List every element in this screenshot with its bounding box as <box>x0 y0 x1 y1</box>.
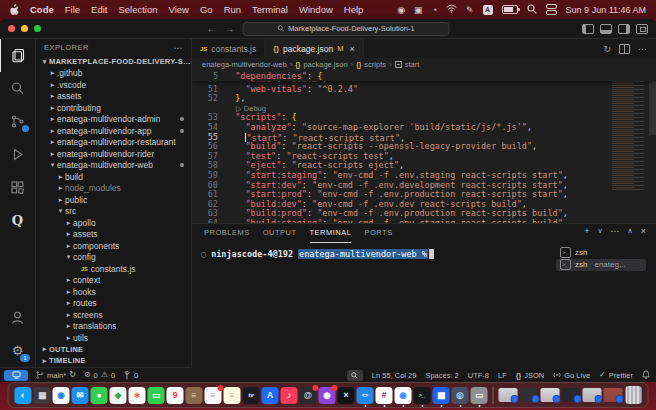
tree-item-utils[interactable]: ▸utils <box>36 332 191 344</box>
encoding-status[interactable]: UTF-8 <box>468 371 489 380</box>
dock-app-photos[interactable]: ∗ <box>129 387 146 404</box>
tree-item-constants-js[interactable]: JSconstants.js <box>36 263 191 275</box>
dock-app-podcasts[interactable]: ◉ <box>319 387 336 404</box>
menu-clock[interactable]: Sun 9 Jun 11:46 AM <box>566 5 646 15</box>
notifications-bell-icon[interactable] <box>642 370 650 381</box>
panel-more-actions-icon[interactable]: ⋯ <box>611 227 620 236</box>
eol-status[interactable]: LF <box>498 371 507 380</box>
dock-app-notebook[interactable]: ≡ <box>186 387 203 404</box>
menubar-item-window[interactable]: Window <box>299 4 333 15</box>
cursor-position-status[interactable]: Ln 55, Col 29 <box>372 371 417 380</box>
new-terminal-icon[interactable]: + <box>584 227 589 236</box>
source-control-view-icon[interactable] <box>0 105 35 138</box>
terminal-dropdown-icon[interactable]: ∨ <box>597 227 602 236</box>
panel-tab-ports[interactable]: PORTS <box>364 224 392 243</box>
tree-item-enatega-multivendor-web[interactable]: ▾enatega-multivendor-web <box>36 160 191 172</box>
close-panel-icon[interactable]: × <box>641 227 646 236</box>
menubar-item-terminal[interactable]: Terminal <box>252 4 288 15</box>
tree-item-enatega-multivendor-rider[interactable]: ▸enatega-multivendor-rider <box>36 148 191 160</box>
go-live-status[interactable]: Go Live <box>553 371 590 380</box>
minimized-window-thumbnail[interactable] <box>520 388 539 402</box>
navigate-back-icon[interactable]: ← <box>207 24 217 34</box>
wifi-icon[interactable] <box>446 4 457 15</box>
minimize-window-button[interactable] <box>21 25 28 32</box>
trash-icon[interactable] <box>626 386 642 404</box>
dock-app-tv[interactable]: tv <box>243 387 260 404</box>
dock-app-maps[interactable]: ◆ <box>110 387 127 404</box>
minimized-window-thumbnail[interactable] <box>562 388 581 402</box>
spotlight-icon[interactable] <box>527 4 537 16</box>
prettier-status[interactable]: ✓ Prettier <box>599 371 633 380</box>
tree-item-src[interactable]: ▾src <box>36 206 191 218</box>
dock-app-browser-app[interactable]: ▭ <box>471 387 488 404</box>
dock-app-mail[interactable]: ✉ <box>72 387 89 404</box>
dock-app-app-x[interactable]: × <box>338 387 355 404</box>
dock-app-vscode[interactable]: <> <box>357 387 374 404</box>
breadcrumb-folder[interactable]: enatega-multivendor-web <box>202 60 287 69</box>
tree-item-enatega-multivendor-restaurant[interactable]: ▸enatega-multivendor-restaurant <box>36 137 191 149</box>
menubar-item-code[interactable]: Code <box>30 4 54 15</box>
minimized-window-thumbnail[interactable] <box>583 388 602 402</box>
forwarded-ports-status[interactable]: 0 <box>123 371 138 380</box>
terminal-instance-1[interactable]: >_zsh <box>556 246 646 259</box>
display-status-icon[interactable]: ▣ <box>414 5 423 15</box>
explorer-more-actions-icon[interactable]: ⋯ <box>174 43 184 53</box>
run-debug-view-icon[interactable] <box>0 138 35 171</box>
dock-app-reminders[interactable]: ≡ <box>205 387 222 404</box>
record-status-icon[interactable]: ◉ <box>397 5 405 15</box>
dock-app-finder[interactable]: ◐ <box>15 387 32 404</box>
menubar-item-file[interactable]: File <box>65 4 80 15</box>
dock-app-music[interactable]: ♪ <box>281 387 298 404</box>
breadcrumb-symbol-start[interactable]: start <box>405 60 420 69</box>
toggle-secondary-sidebar-icon[interactable] <box>618 24 630 34</box>
tree-item-node-modules[interactable]: ▸node_modules <box>36 183 191 195</box>
git-branch-status[interactable]: main* ↻ <box>36 370 76 380</box>
battery-icon[interactable] <box>502 5 518 14</box>
dock-app-terminal[interactable]: >_ <box>414 387 431 404</box>
dock-app-app-store[interactable]: A <box>262 387 279 404</box>
navigate-forward-icon[interactable]: → <box>225 24 235 34</box>
minimized-window-thumbnail[interactable] <box>499 388 518 402</box>
dock-app-search-app[interactable]: ◎ <box>452 387 469 404</box>
command-center-search[interactable]: Marketplace-Food-Delivery-Solution-1 <box>243 22 450 36</box>
sticky-scroll-line[interactable]: 5 "dependencies": { <box>192 71 656 81</box>
editor-more-actions-icon[interactable]: ⋯ <box>638 44 647 54</box>
extension-q-icon[interactable]: Q <box>0 204 35 237</box>
tree-item-translations[interactable]: ▸translations <box>36 321 191 333</box>
panel-tab-terminal[interactable]: TERMINAL <box>310 224 352 243</box>
tree-item-config[interactable]: ▾config <box>36 252 191 264</box>
tree-item-github[interactable]: ▸.github <box>36 68 191 80</box>
accounts-icon[interactable] <box>0 301 35 334</box>
run-restart-icon[interactable]: ↻ <box>603 44 611 54</box>
tree-item-contributing[interactable]: ▸contributing <box>36 102 191 114</box>
tree-item-build[interactable]: ▸build <box>36 171 191 183</box>
tree-item-assets[interactable]: ▸assets <box>36 91 191 103</box>
menubar-item-help[interactable]: Help <box>344 4 364 15</box>
tree-item-timeline[interactable]: ▸TIMELINE <box>36 355 191 367</box>
search-view-icon[interactable] <box>0 72 35 105</box>
tree-item-enatega-multivendor-admin[interactable]: ▸enatega-multivendor-admin <box>36 114 191 126</box>
customize-layout-icon[interactable] <box>636 24 648 34</box>
close-window-button[interactable] <box>8 25 15 32</box>
extensions-view-icon[interactable] <box>0 171 35 204</box>
dock-app-docker[interactable]: ▦ <box>433 387 450 404</box>
split-editor-icon[interactable] <box>619 44 630 54</box>
dock-app-safari[interactable]: ◉ <box>53 387 70 404</box>
menubar-item-selection[interactable]: Selection <box>118 4 157 15</box>
control-center-icon[interactable] <box>546 4 557 15</box>
tree-item-vscode[interactable]: ▸.vscode <box>36 79 191 91</box>
dock-app-slack[interactable]: # <box>376 387 393 404</box>
toggle-sidebar-icon[interactable] <box>582 24 594 34</box>
tree-item-assets[interactable]: ▸assets <box>36 229 191 241</box>
dock-app-calendar[interactable]: 9 <box>167 387 184 404</box>
dock-app-launchpad[interactable]: ▦ <box>34 387 51 404</box>
indentation-status[interactable]: Spaces: 2 <box>425 371 458 380</box>
time-machine-icon[interactable]: ◔ <box>432 5 437 15</box>
remote-indicator[interactable] <box>4 370 28 381</box>
minimap[interactable] <box>612 71 648 191</box>
zoom-window-button[interactable] <box>34 25 41 32</box>
breadcrumb-file[interactable]: package.json <box>303 60 347 69</box>
tree-item-outline[interactable]: ▸OUTLINE <box>36 344 191 356</box>
menubar-item-edit[interactable]: Edit <box>91 4 107 15</box>
dock-app-dark-app[interactable]: @ <box>300 387 317 404</box>
